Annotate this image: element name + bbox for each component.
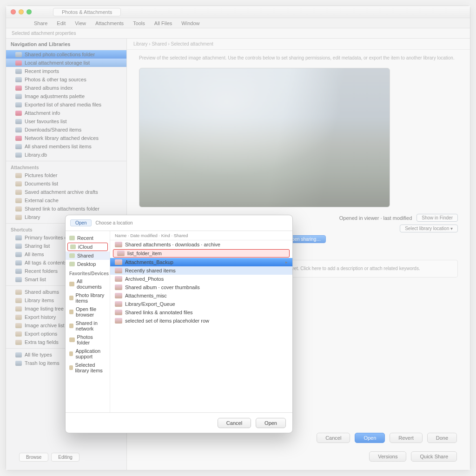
dialog-sidebar-label: Recent [77, 235, 93, 241]
dialog-sidebar-item[interactable]: Selected library items [66, 361, 110, 375]
dialog-sidebar-item[interactable]: Photo library items [66, 291, 110, 305]
dialog-sidebar-label: Shared [77, 253, 93, 258]
folder-icon [69, 351, 73, 356]
file-icon [115, 268, 122, 273]
location-icon [69, 236, 75, 240]
folder-icon [69, 337, 75, 342]
file-icon [115, 301, 122, 307]
folder-icon [69, 282, 74, 286]
dialog-row-label: Attachments_Backup [125, 259, 173, 265]
dialog-list-row[interactable]: selected set of items placeholder row [110, 317, 292, 325]
dialog-sidebar-label: iCloud [78, 244, 93, 250]
dialog-toolbar: Open Choose a location [66, 215, 292, 231]
dialog-row-label: Library/Export_Queue [125, 301, 175, 307]
dialog-sidebar-item[interactable]: Open file browser [66, 305, 110, 319]
dialog-sidebar[interactable]: RecentiCloudSharedDesktopFavorites/Devic… [66, 231, 110, 412]
dialog-sidebar-label: Shared in network [76, 320, 106, 331]
dialog-sidebar-label: Photo library items [76, 292, 106, 304]
dialog-list-row[interactable]: Shared links & annotated files [110, 308, 292, 317]
dialog-row-label: list_folder_item [127, 251, 162, 256]
dialog-list-row[interactable]: Recently shared items [110, 266, 292, 275]
dialog-sidebar-label: Selected library items [75, 362, 106, 373]
folder-icon [69, 365, 73, 370]
dialog-row-label: Shared attachments · downloads · archive [125, 242, 220, 247]
dialog-sidebar-item[interactable]: Shared in network [66, 319, 110, 333]
dialog-row-label: Recently shared items [125, 268, 176, 273]
dialog-open-button[interactable]: Open [256, 418, 286, 428]
dialog-sidebar-item[interactable]: All documents [66, 277, 110, 291]
file-icon [115, 259, 122, 265]
dialog-sidebar-item[interactable]: Shared [66, 251, 110, 260]
file-icon [117, 251, 125, 256]
file-icon [115, 293, 122, 298]
dialog-chip-label: Choose a location [95, 220, 132, 225]
dialog-row-label: Shared album · cover thumbnails [125, 284, 200, 290]
dialog-footer: Cancel Open [66, 412, 292, 433]
location-icon [70, 245, 76, 249]
folder-icon [69, 296, 73, 300]
dialog-sidebar-label: Desktop [77, 261, 96, 267]
dialog-row-label: Shared links & annotated files [125, 310, 193, 315]
dialog-sidebar-label: Photos folder [77, 334, 106, 345]
dialog-sidebar-group: Favorites/Devices [66, 268, 110, 277]
file-icon [115, 276, 122, 282]
dialog-list-row[interactable]: Library/Export_Queue [110, 300, 292, 308]
location-icon [69, 253, 75, 258]
dialog-row-label: Archived_Photos [125, 276, 164, 282]
dialog-sidebar-item[interactable]: Desktop [66, 260, 110, 268]
dialog-file-list[interactable]: Name · Date modified · Kind · Shared Sha… [110, 231, 292, 412]
dialog-sidebar-label: Application support [75, 348, 106, 359]
dialog-list-row[interactable]: list_folder_item [113, 249, 290, 258]
location-icon [69, 262, 75, 266]
file-icon [115, 242, 122, 247]
dialog-list-row[interactable]: Archived_Photos [110, 275, 292, 283]
dialog-list-row[interactable]: Attachments_Backup▸ [110, 258, 292, 266]
dialog-list-header: Name · Date modified · Kind · Shared [110, 231, 292, 240]
dialog-cancel-button[interactable]: Cancel [218, 418, 251, 428]
dialog-list-row[interactable]: Shared album · cover thumbnails [110, 283, 292, 291]
dialog-sidebar-item[interactable]: Recent [66, 234, 110, 242]
chevron-right-icon: ▸ [285, 260, 288, 264]
file-icon [115, 318, 122, 324]
dialog-sidebar-label: Open file browser [76, 306, 106, 317]
folder-icon [69, 310, 73, 314]
open-dialog: Open Choose a location RecentiCloudShare… [65, 215, 293, 433]
dialog-row-label: Attachments_misc [125, 293, 167, 298]
dialog-sidebar-item[interactable]: iCloud [67, 243, 108, 251]
dialog-mode-chip[interactable]: Open [70, 219, 92, 226]
dialog-list-row[interactable]: Shared attachments · downloads · archive [110, 240, 292, 249]
file-icon [115, 310, 122, 315]
dialog-list-row[interactable]: Attachments_misc [110, 291, 292, 300]
dialog-sidebar-label: All documents [77, 278, 106, 290]
dialog-sidebar-item[interactable]: Photos folder [66, 333, 110, 347]
folder-icon [69, 324, 73, 328]
file-icon [115, 284, 122, 290]
dialog-row-label: selected set of items placeholder row [125, 318, 209, 324]
dialog-sidebar-item[interactable]: Application support [66, 347, 110, 361]
